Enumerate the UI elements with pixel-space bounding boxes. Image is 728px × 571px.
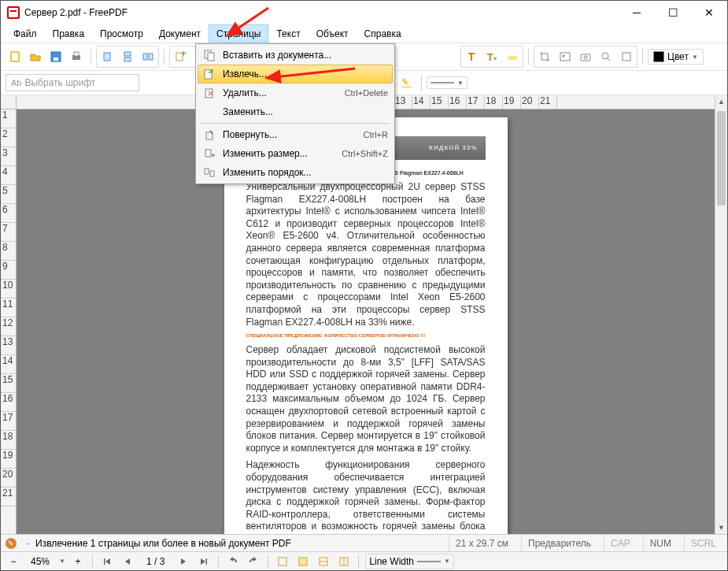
maximize-button[interactable]: ☐ (655, 1, 691, 24)
menu-text[interactable]: Текст (268, 24, 308, 43)
minimize-button[interactable]: ─ (619, 1, 655, 24)
menu-insert-from-document[interactable]: Вставить из документа... (198, 46, 393, 65)
layout-single-button[interactable] (98, 47, 116, 66)
svg-point-19 (563, 55, 565, 57)
color-label: Цвет (667, 51, 689, 62)
font-selector[interactable]: Ab Выбрать шрифт (6, 74, 139, 91)
bottom-toolbar: − 45% ▼ + 1 / 3 Line Width ▼ (1, 551, 727, 570)
undo-button[interactable] (225, 554, 241, 569)
svg-rect-2 (54, 57, 58, 61)
highlight-color-button[interactable] (397, 73, 416, 92)
svg-rect-32 (205, 169, 209, 174)
menu-object[interactable]: Объект (309, 24, 357, 43)
menu-edit[interactable]: Правка (45, 24, 93, 43)
svg-rect-27 (208, 53, 214, 61)
vertical-scrollbar[interactable]: ▲ ▼ (715, 95, 727, 534)
caps-indicator: CAP (604, 535, 637, 551)
menu-rotate[interactable]: Повернуть... Ctrl+R (198, 125, 393, 144)
new-button[interactable] (6, 47, 24, 66)
svg-rect-7 (124, 57, 131, 61)
insert-doc-icon (202, 48, 216, 62)
image-button[interactable] (556, 47, 575, 66)
svg-rect-20 (581, 54, 590, 61)
svg-rect-34 (104, 558, 105, 565)
highlight-button[interactable] (503, 47, 522, 66)
chevron-down-icon[interactable]: ▼ (59, 558, 65, 565)
svg-rect-0 (11, 52, 19, 61)
menu-item-shortcut: Ctrl+R (364, 130, 388, 139)
preview-label[interactable]: Предваритель (521, 535, 597, 551)
color-swatch-icon (653, 51, 664, 62)
num-indicator: NUM (643, 535, 678, 551)
ruler-vertical: 123456789101112131415161718192021 (1, 95, 17, 534)
line-width-label: Line Width (369, 556, 414, 567)
reorder-icon (202, 165, 216, 180)
page-dimensions: 21 x 29.7 см (449, 535, 515, 551)
close-button[interactable]: ✕ (691, 1, 727, 24)
menu-item-label: Заменить... (223, 106, 388, 117)
page-insert-button[interactable]: + (171, 47, 190, 66)
svg-rect-6 (124, 52, 131, 56)
camera-button[interactable] (576, 47, 595, 66)
zoom-level[interactable]: 45% (26, 556, 54, 567)
rotate-icon (202, 128, 216, 142)
text-tool-button[interactable]: T (462, 47, 481, 66)
info-icon: ✎ (6, 538, 17, 549)
menu-delete[interactable]: Удалить... Ctrl+Delete (198, 83, 393, 102)
menu-help[interactable]: Справка (357, 24, 409, 43)
text-add-button[interactable]: T+ (482, 47, 501, 66)
menu-item-label: Вставить из документа... (223, 50, 388, 61)
svg-rect-36 (279, 558, 286, 565)
layout-facing-button[interactable] (139, 47, 157, 66)
line-style-selector[interactable]: ▼ (427, 76, 467, 89)
svg-rect-29 (205, 89, 212, 98)
first-page-button[interactable] (99, 554, 115, 569)
view-mode-3-button[interactable] (316, 554, 331, 569)
print-button[interactable] (67, 47, 86, 66)
view-mode-2-button[interactable] (295, 554, 311, 569)
page-indicator[interactable]: 1 / 3 (140, 556, 171, 567)
scroll-down-icon[interactable]: ▼ (715, 521, 727, 534)
shape-button[interactable] (617, 47, 636, 66)
menu-pages[interactable]: Страницы (209, 24, 268, 43)
doc-paragraph: Надежность функционирования серверного о… (246, 459, 486, 534)
last-page-button[interactable] (196, 554, 212, 569)
color-picker[interactable]: Цвет ▼ (648, 49, 704, 65)
redo-button[interactable] (246, 554, 261, 569)
doc-highlight-line: СПЕЦИАЛЬНОЕ ПРЕДЛОЖЕНИЕ: КОЛИЧЕСТВО СЕРВ… (246, 333, 486, 339)
menu-view[interactable]: Просмотр (92, 24, 151, 43)
menu-bar: Файл Правка Просмотр Документ Страницы Т… (1, 24, 727, 43)
scrl-indicator: SCRL (684, 535, 722, 551)
crop-button[interactable] (535, 47, 554, 66)
line-width-selector[interactable]: Line Width ▼ (365, 554, 454, 569)
svg-rect-23 (623, 53, 630, 61)
search-button[interactable] (597, 47, 615, 66)
prev-page-button[interactable] (120, 554, 135, 569)
menu-file[interactable]: Файл (6, 24, 45, 43)
window-title: Сервер 2.pdf - FreePDF (24, 7, 619, 18)
status-bar: ✎ - Извлечение 1 страницы или более в но… (1, 534, 727, 551)
menu-separator (201, 123, 390, 124)
svg-rect-8 (143, 54, 147, 60)
save-button[interactable] (46, 47, 65, 66)
menu-item-shortcut: Ctrl+Shift+Z (342, 149, 388, 158)
next-page-button[interactable] (176, 554, 191, 569)
zoom-out-button[interactable]: − (6, 554, 21, 569)
view-mode-1-button[interactable] (275, 554, 290, 569)
menu-document[interactable]: Документ (151, 24, 209, 43)
menu-extract[interactable]: Извлечь... (198, 65, 393, 83)
menu-item-label: Повернуть... (223, 129, 357, 140)
menu-resize[interactable]: Изменить размер... Ctrl+Shift+Z (198, 144, 393, 163)
zoom-in-button[interactable]: + (70, 554, 86, 569)
layout-continuous-button[interactable] (118, 47, 137, 66)
menu-reorder[interactable]: Изменить порядок... (198, 163, 393, 182)
scrollbar-thumb[interactable] (717, 111, 726, 206)
open-button[interactable] (26, 47, 45, 66)
app-icon (7, 6, 20, 19)
view-mode-4-button[interactable] (336, 554, 352, 569)
scroll-up-icon[interactable]: ▲ (715, 95, 727, 108)
chevron-down-icon: ▼ (444, 558, 450, 565)
menu-replace[interactable]: Заменить... (198, 102, 393, 121)
menu-item-label: Удалить... (223, 87, 338, 98)
title-bar: Сервер 2.pdf - FreePDF ─ ☐ ✕ (1, 1, 727, 24)
